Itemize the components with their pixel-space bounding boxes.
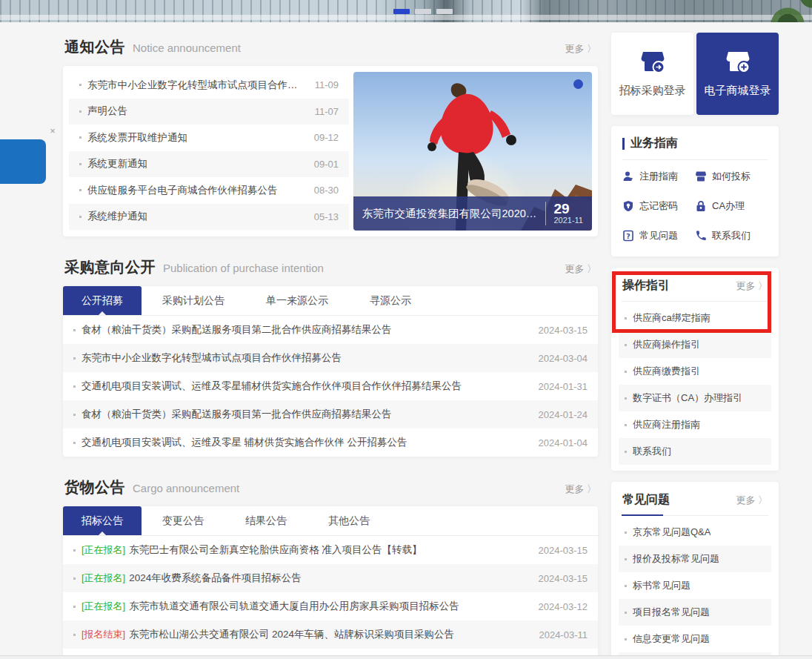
ops-item-link[interactable]: 数字证书（CA）办理指引 (633, 391, 742, 405)
tab-other-announcement[interactable]: 其他公告 (307, 506, 390, 535)
business-guide-card: 业务指南 注册指南 如何投标 忘记密码 CA办理 (611, 126, 779, 256)
list-item[interactable]: 系统发票开取维护通知09-12 (69, 125, 349, 151)
notice-item-link[interactable]: 系统维护通知 (87, 210, 147, 223)
cargo-item-link[interactable]: 东莞巴士有限公司全新真空轮胎供应商资格 准入项目公告【转载】 (129, 543, 422, 557)
divider (622, 515, 768, 516)
purchase-item-link[interactable]: 食材（粮油干货类）采购配送服务项目第二批合作供应商招募结果公告 (81, 323, 392, 337)
notice-item-link[interactable]: 供应链服务平台电子商城合作伙伴招募公告 (87, 184, 278, 197)
item-date: 2024-03-12 (528, 601, 588, 612)
status-badge: [正在报名] (81, 600, 125, 613)
list-item[interactable]: 供应商缴费指引 (619, 358, 771, 385)
purchase-item-link[interactable]: 东莞市中小企业数字化转型城市试点项目合作伙伴招募公告 (81, 351, 342, 365)
guide-item-faq[interactable]: ? 常见问题 (622, 221, 695, 251)
sidebar: 招标采购登录 电子商城登录 业务指南 (611, 33, 779, 659)
bullet-icon (73, 414, 76, 416)
banner-carousel-indicators[interactable] (393, 9, 453, 14)
tab-open-recruit[interactable]: 公开招募 (63, 286, 142, 315)
item-date: 2024-03-15 (528, 325, 588, 336)
cargo-more-link[interactable]: 更多 〉 (565, 483, 596, 496)
notice-item-link[interactable]: 声明公告 (87, 105, 127, 118)
tab-purchase-plan[interactable]: 采购计划公告 (142, 286, 245, 315)
list-item[interactable]: 京东常见问题Q&A (619, 519, 771, 546)
purchase-item-link[interactable]: 交通机电项目安装调试、运维及零星辅材供货实施合作伙伴项目合作伙伴招募结果公告 (81, 380, 462, 393)
carousel-dot-indicator[interactable] (573, 79, 583, 89)
purchase-item-link[interactable]: 交通机电项目安装调试、运维及零星 辅材供货实施合作伙伴 公开招募公告 (81, 436, 407, 449)
ops-item-link[interactable]: 联系我们 (633, 445, 671, 458)
bullet-icon (73, 357, 76, 360)
carousel-caption-link[interactable]: 东莞市交通投资集团有限公司2020年市财政... (362, 207, 538, 221)
chevron-right-icon: 〉 (758, 494, 768, 506)
guide-item-register[interactable]: 注册指南 (622, 162, 695, 191)
item-date: 2024-03-04 (528, 353, 588, 364)
tab-tender-announcement[interactable]: 招标公告 (63, 506, 142, 535)
faq-item-link[interactable]: 报价及投标常见问题 (633, 552, 719, 566)
tab-sourcing[interactable]: 寻源公示 (349, 286, 432, 315)
list-item[interactable]: 信息变更常见问题 (619, 626, 771, 652)
news-carousel[interactable]: 东莞市交通投资集团有限公司2020年市财政... 29 2021-11 (353, 72, 592, 231)
cargo-item-link[interactable]: 东莞市松山湖公共交通有限公司 2024年车辆、站牌标识采购项目采购公告 (129, 628, 454, 641)
list-item[interactable]: 食材（粮油干货类）采购配送服务项目第二批合作供应商招募结果公告2024-03-1… (63, 316, 598, 344)
bullet-icon (73, 577, 76, 580)
purchase-item-link[interactable]: 食材（粮油干货类）采购配送服务项目第一批合作供应商招募结果公告 (81, 408, 392, 421)
carousel-dash[interactable] (415, 9, 431, 14)
list-item[interactable]: 东莞市中小企业数字化转型城市试点项目合作伙伴招募公告2024-03-04 (63, 344, 598, 372)
faq-more-link[interactable]: 更多 〉 (736, 494, 768, 507)
list-item[interactable]: 东莞市中小企业数字化转型城市试点项目合作伙伴招...11-09 (69, 72, 349, 99)
notice-more-link[interactable]: 更多 〉 (565, 42, 596, 56)
list-item[interactable]: 系统更新通知09-01 (69, 151, 349, 178)
list-item[interactable]: 联系我们 (619, 438, 771, 465)
list-item[interactable]: 交通机电项目安装调试、运维及零星辅材供货实施合作伙伴项目合作伙伴招募结果公告20… (63, 372, 598, 400)
bullet-icon (625, 397, 627, 400)
footer-divider (0, 655, 812, 659)
list-item[interactable]: [正在报名]2024年收费系统备品备件项目招标公告2024-03-15 (63, 564, 598, 592)
tab-result-announcement[interactable]: 结果公告 (224, 506, 307, 535)
list-item[interactable]: 供应链服务平台电子商城合作伙伴招募公告08-30 (69, 177, 349, 204)
chevron-right-icon: 〉 (587, 263, 596, 274)
item-date: 09-12 (304, 132, 339, 143)
tab-change-announcement[interactable]: 变更公告 (142, 506, 224, 535)
floating-widget[interactable] (0, 139, 46, 184)
item-date: 2024-01-24 (528, 409, 588, 420)
ops-item-link[interactable]: 供应商操作指引 (633, 338, 700, 351)
faq-item-link[interactable]: 标书常见问题 (633, 579, 690, 592)
list-item[interactable]: 数字证书（CA）办理指引 (619, 385, 771, 411)
list-item[interactable]: 系统维护通知05-13 (69, 204, 349, 231)
purchase-more-link[interactable]: 更多 〉 (565, 262, 596, 276)
top-banner-image[interactable] (0, 0, 812, 22)
cargo-item-link[interactable]: 2024年收费系统备品备件项目招标公告 (129, 572, 302, 585)
carousel-dash-active[interactable] (393, 9, 410, 14)
list-item[interactable]: [报名结束]东莞市松山湖公共交通有限公司 2024年车辆、站牌标识采购项目采购公… (63, 620, 598, 649)
list-item[interactable]: 项目报名常见问题 (619, 599, 771, 626)
faq-item-link[interactable]: 项目报名常见问题 (633, 606, 710, 619)
e-mall-login-button[interactable]: 电子商城登录 (696, 33, 779, 115)
tender-purchase-login-button[interactable]: 招标采购登录 (611, 33, 693, 115)
list-item[interactable]: [正在报名]东莞市轨道交通有限公司轨道交通大厦自用办公用房家具采购项目招标公告2… (63, 592, 598, 620)
main-column: 通知公告 Notice announcement 更多 〉 东莞市中小企业数字化… (63, 30, 598, 659)
list-item[interactable]: [正在报名]东莞巴士有限公司全新真空轮胎供应商资格 准入项目公告【转载】2024… (63, 536, 598, 564)
bullet-icon (625, 371, 627, 373)
faq-item-link[interactable]: 京东常见问题Q&A (633, 526, 710, 539)
list-item[interactable]: 供应商操作指引 (619, 331, 771, 358)
purchase-card: 公开招募 采购计划公告 单一来源公示 寻源公示 食材（粮油干货类）采购配送服务项… (63, 286, 598, 457)
list-item[interactable]: 声明公告11-07 (69, 99, 349, 125)
notice-item-link[interactable]: 东莞市中小企业数字化转型城市试点项目合作伙伴招... (87, 79, 304, 92)
list-item[interactable]: 标书常见问题 (619, 572, 771, 599)
cargo-item-link[interactable]: 东莞市轨道交通有限公司轨道交通大厦自用办公用房家具采购项目招标公告 (129, 600, 459, 613)
guide-item-how-to-bid[interactable]: 如何投标 (695, 162, 768, 191)
list-item[interactable]: 供应商注册指南 (619, 411, 771, 438)
notice-item-link[interactable]: 系统发票开取维护通知 (87, 131, 187, 145)
notice-item-link[interactable]: 系统更新通知 (87, 157, 147, 170)
guide-item-forgot-password[interactable]: 忘记密码 (622, 191, 695, 221)
ops-item-link[interactable]: 供应商注册指南 (633, 418, 700, 431)
guide-item-ca-handle[interactable]: CA办理 (695, 191, 768, 221)
list-item[interactable]: 食材（粮油干货类）采购配送服务项目第一批合作供应商招募结果公告2024-01-2… (63, 400, 598, 428)
guide-item-contact[interactable]: 联系我们 (695, 221, 768, 251)
chevron-right-icon: 〉 (587, 483, 596, 494)
list-item[interactable]: 交通机电项目安装调试、运维及零星 辅材供货实施合作伙伴 公开招募公告2024-0… (63, 428, 598, 457)
tab-single-source[interactable]: 单一来源公示 (245, 286, 349, 315)
list-item[interactable]: 报价及投标常见问题 (619, 546, 771, 572)
carousel-dash[interactable] (436, 9, 453, 14)
ops-item-link[interactable]: 供应商缴费指引 (633, 365, 700, 378)
close-icon[interactable]: × (47, 125, 59, 137)
faq-item-link[interactable]: 信息变更常见问题 (633, 632, 710, 646)
